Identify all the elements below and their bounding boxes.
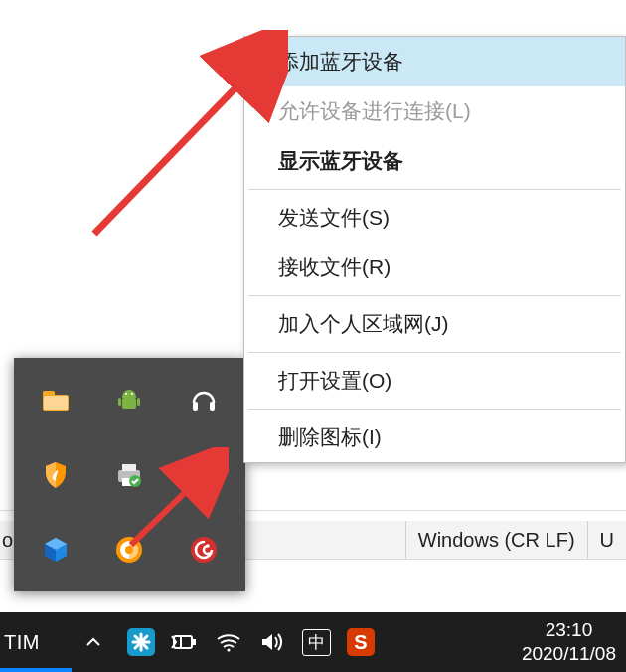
svg-rect-27 <box>193 639 196 645</box>
taskbar-app-label[interactable]: TIM <box>0 631 52 654</box>
tray-printer-icon[interactable] <box>97 442 161 507</box>
svg-point-7 <box>131 392 133 394</box>
tim-tray-icon[interactable] <box>127 628 155 656</box>
tray-bluetooth-icon[interactable] <box>172 442 235 507</box>
taskbar-clock[interactable]: 23:10 2020/11/08 <box>498 618 626 666</box>
menu-remove-icon[interactable]: 删除图标(I) <box>244 413 625 462</box>
tray-browser-icon[interactable] <box>97 517 161 582</box>
chevron-up-icon <box>84 633 102 651</box>
svg-rect-4 <box>118 398 121 406</box>
taskbar: TIM <box>0 612 626 672</box>
netease-music-icon <box>188 534 220 566</box>
svg-point-19 <box>206 544 209 547</box>
taskbar-active-underline <box>0 668 72 672</box>
android-icon <box>113 385 145 417</box>
printer-icon <box>113 459 145 491</box>
battery-icon <box>171 632 199 652</box>
menu-open-settings[interactable]: 打开设置(O) <box>244 356 625 406</box>
browser-icon <box>113 534 145 566</box>
battery-tray-icon[interactable] <box>171 628 199 656</box>
menu-allow-connect: 允许设备进行连接(L) <box>244 86 625 136</box>
menu-show-bluetooth-devices[interactable]: 显示蓝牙设备 <box>244 136 625 186</box>
svg-rect-5 <box>137 398 140 406</box>
asterisk-icon <box>131 632 151 652</box>
svg-point-17 <box>125 546 133 554</box>
tray-folder-icon[interactable] <box>24 368 87 432</box>
tray-overflow-panel <box>14 358 245 591</box>
volume-tray-icon[interactable] <box>258 628 286 656</box>
s-glyph: S <box>354 631 367 654</box>
tray-overflow-chevron[interactable] <box>83 632 103 652</box>
menu-separator <box>248 295 621 296</box>
ime-indicator[interactable]: 中 <box>302 629 331 656</box>
status-encoding-fragment[interactable]: U <box>587 521 626 559</box>
svg-point-6 <box>125 392 127 394</box>
clock-time: 23:10 <box>522 618 616 642</box>
tray-shield-icon[interactable] <box>24 442 87 507</box>
folder-icon <box>40 385 72 417</box>
status-line-ending[interactable]: Windows (CR LF) <box>405 521 587 559</box>
bluetooth-icon <box>188 459 220 491</box>
svg-rect-8 <box>193 402 198 411</box>
shield-icon <box>40 459 72 491</box>
svg-rect-3 <box>122 398 136 409</box>
sogou-ime-icon[interactable]: S <box>347 628 375 656</box>
svg-rect-2 <box>44 396 68 410</box>
svg-point-28 <box>227 648 230 651</box>
svg-rect-11 <box>122 464 136 471</box>
cube-icon <box>40 534 72 566</box>
headset-icon <box>188 385 220 417</box>
wifi-tray-icon[interactable] <box>215 628 242 656</box>
menu-separator <box>248 409 621 410</box>
menu-separator <box>248 352 621 353</box>
tray-android-icon[interactable] <box>97 368 161 432</box>
speaker-icon <box>259 631 285 653</box>
clock-date: 2020/11/08 <box>522 642 616 666</box>
bluetooth-context-menu: 添加蓝牙设备 允许设备进行连接(L) 显示蓝牙设备 发送文件(S) 接收文件(R… <box>243 36 626 463</box>
menu-add-bluetooth-device[interactable]: 添加蓝牙设备 <box>244 37 625 86</box>
tray-cube-icon[interactable] <box>24 517 87 582</box>
menu-send-file[interactable]: 发送文件(S) <box>244 193 625 243</box>
wifi-icon <box>216 631 241 653</box>
menu-join-pan[interactable]: 加入个人区域网(J) <box>244 299 625 349</box>
menu-separator <box>248 189 621 190</box>
menu-receive-file[interactable]: 接收文件(R) <box>244 243 625 292</box>
tray-headset-icon[interactable] <box>172 368 235 432</box>
svg-rect-9 <box>210 402 215 411</box>
tray-netease-icon[interactable] <box>172 517 235 582</box>
